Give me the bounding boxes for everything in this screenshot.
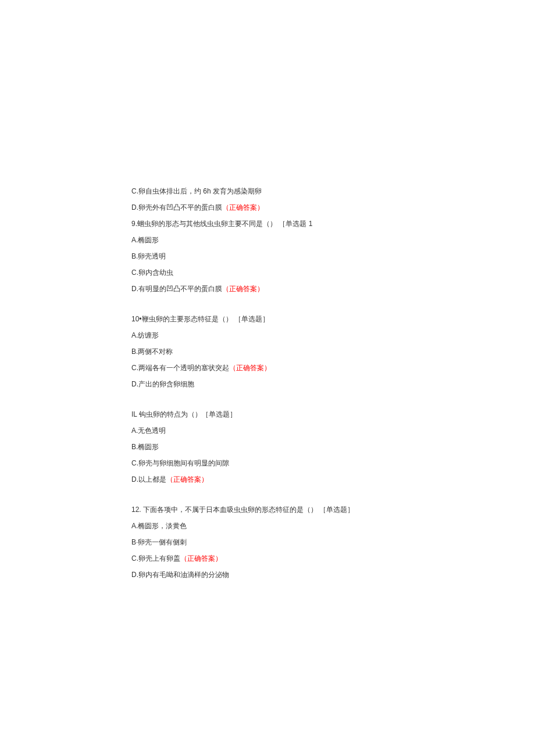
- option-text: A.椭圆形，淡黄色: [131, 522, 187, 530]
- q9-option-a: A.椭圆形: [131, 235, 401, 245]
- q12-option-b: B·卵壳一侧有侧刺: [131, 537, 401, 547]
- option-text: A.无色透明: [131, 427, 166, 435]
- option-text: D.卵壳外有凹凸不平的蛋白膜: [131, 203, 222, 212]
- option-text: A.纺缠形: [131, 331, 159, 339]
- q11-option-b: B.椭圆形: [131, 442, 401, 452]
- correct-answer-marker: （正确答案）: [166, 475, 208, 483]
- spacer: [131, 490, 401, 494]
- q11-option-a: A.无色透明: [131, 425, 401, 436]
- q10-option-b: B.两侧不对称: [131, 346, 401, 357]
- q9-option-c: C.卵内含幼虫: [131, 267, 401, 278]
- option-text: D.卵内有毛呦和油滴样的分泌物: [131, 571, 229, 579]
- q10-stem: 10•鞭虫卵的主要形态特征是（） ［单选题］: [131, 314, 401, 324]
- q12-stem: 12. 下面各项中，不属于日本血吸虫虫卵的形态特征的是（） ［单选题］: [131, 504, 401, 515]
- option-text: D.以上都是: [131, 475, 166, 483]
- q11-option-c: C.卵壳与卵细胞间有明显的间隙: [131, 458, 401, 468]
- correct-answer-marker: （正确答案）: [222, 203, 264, 212]
- q12-option-c: C.卵壳上有卵盖（正确答案）: [131, 553, 401, 564]
- option-text: B.卵壳透明: [131, 252, 166, 260]
- q11-stem: IL 钩虫卵的特点为（）［单选题］: [131, 409, 401, 420]
- option-text: B.椭圆形: [131, 443, 159, 451]
- correct-answer-marker: （正确答案）: [180, 554, 222, 562]
- spacer: [131, 395, 401, 399]
- q9-option-b: B.卵壳透明: [131, 251, 401, 261]
- option-text: B·卵壳一侧有侧刺: [131, 538, 187, 546]
- option-text: C.卵壳上有卵盖: [131, 554, 180, 562]
- option-text: D.产出的卵含卵细胞: [131, 380, 194, 388]
- q10-option-a: A.纺缠形: [131, 330, 401, 341]
- q9-stem: 9.蛔虫卵的形态与其他线虫虫卵主要不同是（） ［单选题 1: [131, 218, 401, 229]
- option-text: C.卵内含幼虫: [131, 268, 173, 277]
- document-page: C.卵自虫体排出后，约 6h 发育为感染期卵 D.卵壳外有凹凸不平的蛋白膜（正确…: [0, 0, 535, 756]
- stem-text: 12. 下面各项中，不属于日本血吸虫虫卵的形态特征的是（） ［单选题］: [131, 506, 354, 514]
- option-text: D.有明显的凹凸不平的蛋白膜: [131, 285, 222, 293]
- option-text: B.两侧不对称: [131, 347, 173, 356]
- option-text: A.椭圆形: [131, 236, 159, 244]
- q9-option-d: D.有明显的凹凸不平的蛋白膜（正确答案）: [131, 284, 401, 294]
- q8-option-c: C.卵自虫体排出后，约 6h 发育为感染期卵: [131, 186, 401, 196]
- q12-option-d: D.卵内有毛呦和油滴样的分泌物: [131, 569, 401, 580]
- q10-option-d: D.产出的卵含卵细胞: [131, 379, 401, 389]
- correct-answer-marker: （正确答案）: [229, 364, 271, 372]
- spacer: [131, 300, 401, 303]
- option-text: C.两端各有一个透明的塞状突起: [131, 364, 229, 372]
- q11-option-d: D.以上都是（正确答案）: [131, 474, 401, 485]
- stem-text: 9.蛔虫卵的形态与其他线虫虫卵主要不同是（） ［单选题 1: [131, 220, 312, 228]
- stem-text: IL 钩虫卵的特点为（）［单选题］: [131, 410, 237, 418]
- q10-option-c: C.两端各有一个透明的塞状突起（正确答案）: [131, 363, 401, 373]
- q12-option-a: A.椭圆形，淡黄色: [131, 521, 401, 531]
- stem-text: 10•鞭虫卵的主要形态特征是（） ［单选题］: [131, 315, 269, 323]
- option-text: C.卵壳与卵细胞间有明显的间隙: [131, 459, 229, 467]
- option-text: C.卵自虫体排出后，约 6h 发育为感染期卵: [131, 187, 262, 195]
- correct-answer-marker: （正确答案）: [222, 285, 264, 293]
- q8-option-d: D.卵壳外有凹凸不平的蛋白膜（正确答案）: [131, 202, 401, 213]
